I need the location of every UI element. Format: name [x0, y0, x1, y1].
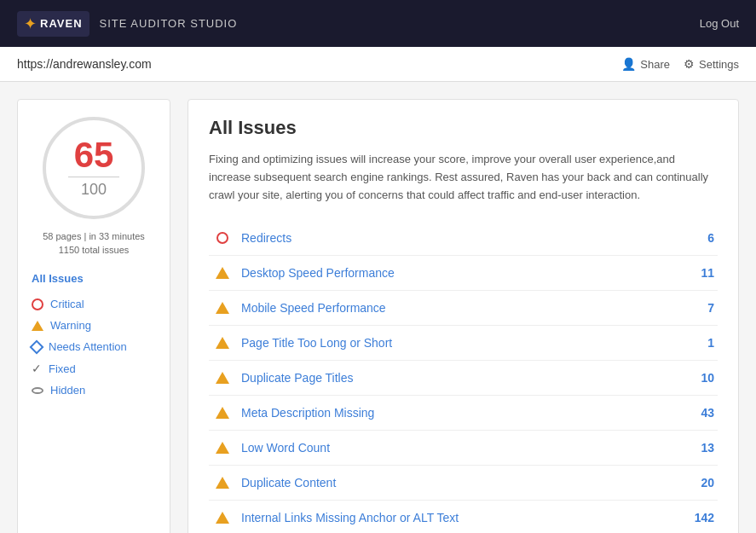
warning-icon — [32, 321, 43, 331]
issue-count: 43 — [680, 406, 714, 420]
issue-row: Low Word Count13 — [209, 431, 718, 466]
score-total: 100 — [81, 181, 107, 199]
issue-name[interactable]: Page Title Too Long or Short — [241, 336, 680, 350]
triangle-yellow-icon — [216, 267, 229, 279]
critical-icon — [32, 298, 43, 310]
issue-count: 7 — [680, 301, 714, 315]
nav-section: All Issues Critical Warning Needs Attent… — [32, 272, 156, 401]
share-icon: 👤 — [621, 57, 636, 71]
issue-row: Duplicate Content20 — [209, 466, 718, 501]
sidebar-item-critical-label: Critical — [50, 298, 84, 310]
circle-red-icon — [216, 232, 228, 244]
issue-row: Duplicate Page Titles10 — [209, 361, 718, 396]
sidebar-item-critical[interactable]: Critical — [32, 293, 156, 315]
header-left: ✦ RAVEN SITE AUDITOR STUDIO — [17, 11, 237, 37]
issue-name[interactable]: Duplicate Page Titles — [241, 371, 680, 385]
issue-row: Meta Description Missing43 — [209, 396, 718, 431]
fixed-icon: ✓ — [32, 362, 42, 375]
issue-row: Desktop Speed Performance11 — [209, 256, 718, 291]
issues-list: Redirects6Desktop Speed Performance11Mob… — [209, 221, 718, 533]
issue-count: 10 — [680, 371, 714, 385]
issue-count: 11 — [680, 266, 714, 280]
share-button[interactable]: 👤 Share — [621, 57, 670, 71]
url-bar: https://andrewansley.com 👤 Share ⚙ Setti… — [0, 47, 756, 82]
settings-icon: ⚙ — [684, 57, 695, 71]
logo-text: RAVEN — [40, 17, 83, 30]
issue-name[interactable]: Low Word Count — [241, 441, 680, 455]
triangle-yellow-icon — [216, 477, 229, 489]
issue-count: 142 — [680, 511, 714, 524]
issue-row: Internal Links Missing Anchor or ALT Tex… — [209, 501, 718, 533]
score-circle: 65 100 — [43, 117, 145, 219]
issue-row: Page Title Too Long or Short1 — [209, 326, 718, 361]
pages-info: 58 pages | in 33 minutes — [32, 231, 156, 241]
logout-button[interactable]: Log Out — [700, 17, 739, 30]
issue-count: 6 — [680, 231, 714, 245]
page-title: All Issues — [209, 117, 718, 139]
settings-button[interactable]: ⚙ Settings — [684, 57, 739, 71]
share-label: Share — [640, 58, 670, 71]
app-title: SITE AUDITOR STUDIO — [100, 17, 238, 30]
issue-row: Redirects6 — [209, 221, 718, 256]
logo-box: ✦ RAVEN — [17, 11, 89, 37]
sidebar-item-attention-label: Needs Attention — [49, 340, 127, 353]
issues-info: 1150 total issues — [32, 245, 156, 255]
content-panel: All Issues Fixing and optimizing issues … — [188, 99, 739, 533]
nav-all-issues[interactable]: All Issues — [32, 272, 156, 285]
triangle-yellow-icon — [216, 512, 229, 524]
score-divider — [68, 177, 119, 177]
hidden-icon — [32, 387, 43, 394]
issue-name[interactable]: Internal Links Missing Anchor or ALT Tex… — [241, 511, 680, 524]
sidebar-item-hidden[interactable]: Hidden — [32, 379, 156, 401]
content-description: Fixing and optimizing issues will increa… — [209, 151, 718, 204]
issue-count: 13 — [680, 441, 714, 455]
sidebar: 65 100 58 pages | in 33 minutes 1150 tot… — [17, 99, 170, 533]
issue-name[interactable]: Meta Description Missing — [241, 406, 680, 420]
sidebar-item-warning-label: Warning — [50, 319, 91, 332]
triangle-yellow-icon — [216, 407, 229, 419]
issue-row: Mobile Speed Performance7 — [209, 291, 718, 326]
header: ✦ RAVEN SITE AUDITOR STUDIO Log Out — [0, 0, 756, 47]
sidebar-item-warning[interactable]: Warning — [32, 315, 156, 336]
issue-name[interactable]: Redirects — [241, 231, 680, 245]
issue-name[interactable]: Desktop Speed Performance — [241, 266, 680, 280]
url-actions: 👤 Share ⚙ Settings — [621, 57, 739, 71]
site-url: https://andrewansley.com — [17, 57, 152, 71]
triangle-yellow-icon — [216, 337, 229, 349]
sidebar-item-fixed[interactable]: ✓ Fixed — [32, 357, 156, 379]
issue-name[interactable]: Duplicate Content — [241, 476, 680, 490]
attention-icon — [30, 339, 44, 354]
raven-bird-icon: ✦ — [24, 14, 37, 33]
triangle-yellow-icon — [216, 372, 229, 384]
sidebar-item-needs-attention[interactable]: Needs Attention — [32, 336, 156, 357]
sidebar-item-hidden-label: Hidden — [50, 384, 85, 397]
settings-label: Settings — [699, 58, 739, 71]
issue-count: 20 — [680, 476, 714, 490]
triangle-yellow-icon — [216, 442, 229, 454]
main-layout: 65 100 58 pages | in 33 minutes 1150 tot… — [0, 82, 756, 533]
issue-name[interactable]: Mobile Speed Performance — [241, 301, 680, 315]
score-number: 65 — [74, 137, 114, 173]
triangle-yellow-icon — [216, 302, 229, 314]
sidebar-item-fixed-label: Fixed — [49, 362, 76, 375]
issue-count: 1 — [680, 336, 714, 350]
